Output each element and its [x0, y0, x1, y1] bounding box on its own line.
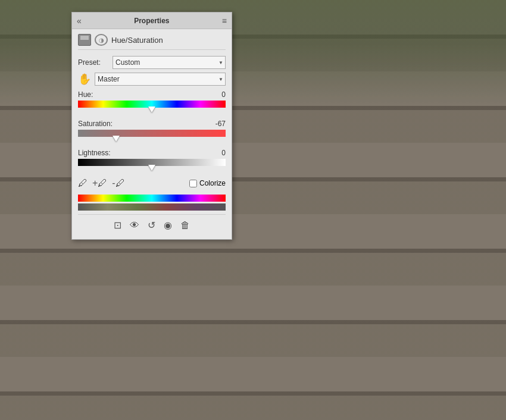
- saturation-value: -67: [208, 120, 226, 128]
- preset-select-wrapper: Custom Default Cyanotype Increase Red Ol…: [113, 56, 226, 69]
- eyedropper-subtract-icon[interactable]: -🖊: [112, 178, 124, 189]
- panel-controls: ≡: [222, 17, 227, 25]
- saturation-label: Saturation:: [78, 120, 113, 128]
- lightness-thumb[interactable]: [148, 165, 155, 173]
- clip-button[interactable]: ⊡: [114, 220, 121, 231]
- saturation-section: Saturation: -67: [78, 120, 226, 144]
- saturation-header: Saturation: -67: [78, 120, 226, 128]
- properties-panel: « Properties ≡ ◑ Hue/Saturation Preset: …: [71, 12, 232, 240]
- panel-toolbar: ⊡ 👁 ↺ ◉ 🗑: [78, 214, 226, 234]
- delete-button[interactable]: 🗑: [180, 220, 190, 231]
- eyedropper-add-icon[interactable]: +🖊: [92, 178, 107, 189]
- collapse-button[interactable]: «: [77, 17, 82, 25]
- color-bar-modified: [78, 203, 226, 211]
- save-icon[interactable]: [78, 34, 91, 46]
- colorize-label[interactable]: Colorize: [189, 179, 226, 187]
- preset-row: Preset: Custom Default Cyanotype Increas…: [78, 56, 226, 69]
- lightness-label: Lightness:: [78, 149, 111, 157]
- preset-label: Preset:: [78, 58, 113, 67]
- channel-row: ✋ Master Reds Yellows Greens Cyans Blues…: [78, 73, 226, 86]
- panel-body: ◑ Hue/Saturation Preset: Custom Default …: [72, 29, 232, 239]
- lightness-header: Lightness: 0: [78, 149, 226, 157]
- panel-header-row: ◑ Hue/Saturation: [78, 34, 226, 50]
- adjustment-icon: ◑: [95, 34, 108, 46]
- channel-select[interactable]: Master Reds Yellows Greens Cyans Blues M…: [95, 73, 226, 86]
- lightness-value: 0: [208, 149, 226, 157]
- reset-button[interactable]: ↺: [148, 220, 155, 231]
- tools-row: 🖊 +🖊 -🖊 Colorize: [78, 178, 226, 189]
- menu-button[interactable]: ≡: [222, 17, 227, 25]
- preset-select[interactable]: Custom Default Cyanotype Increase Red Ol…: [113, 56, 226, 69]
- color-bars: [78, 195, 226, 211]
- saturation-track: [78, 130, 226, 137]
- lightness-track-container: [78, 159, 226, 173]
- colorize-checkbox[interactable]: [189, 180, 197, 187]
- colorize-text: Colorize: [199, 179, 226, 187]
- panel-titlebar: « Properties ≡: [72, 12, 232, 29]
- hue-value: 0: [208, 90, 226, 99]
- hue-section: Hue: 0: [78, 90, 226, 115]
- color-bar-original: [78, 195, 226, 202]
- saturation-track-container: [78, 130, 226, 144]
- previous-state-button[interactable]: 👁: [130, 220, 139, 231]
- panel-title: Properties: [134, 17, 169, 25]
- hand-tool-icon[interactable]: ✋: [78, 73, 91, 86]
- hue-track-container: [78, 101, 226, 115]
- toggle-visibility-button[interactable]: ◉: [164, 220, 172, 231]
- channel-select-wrapper: Master Reds Yellows Greens Cyans Blues M…: [95, 73, 226, 86]
- eyedropper-icon[interactable]: 🖊: [78, 178, 88, 189]
- adjustment-title: Hue/Saturation: [111, 36, 163, 45]
- lightness-section: Lightness: 0: [78, 149, 226, 173]
- hue-header: Hue: 0: [78, 90, 226, 99]
- hue-label: Hue:: [78, 90, 93, 99]
- hue-thumb[interactable]: [148, 106, 155, 115]
- saturation-thumb[interactable]: [113, 136, 120, 144]
